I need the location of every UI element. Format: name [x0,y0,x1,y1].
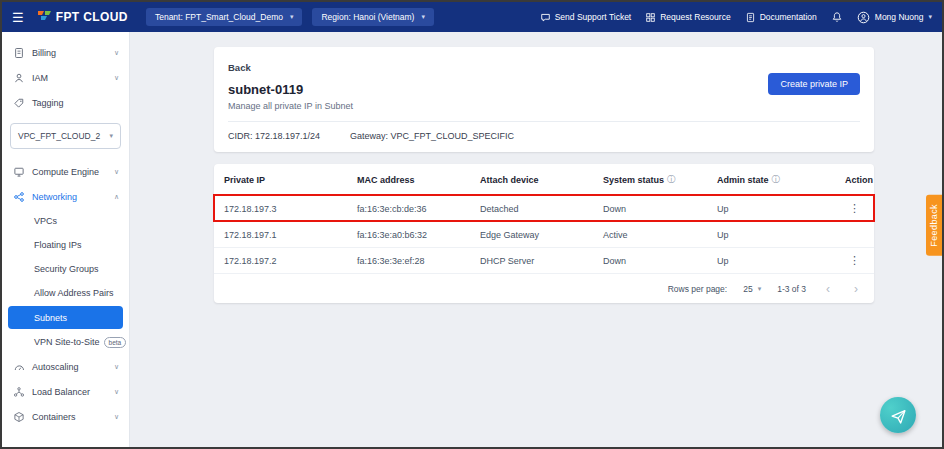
cell-mac-address: fa:16:3e:a0:b6:32 [347,230,470,240]
region-label: Region: Hanoi (Vietnam) [321,12,414,22]
page-title: subnet-0119 [228,82,860,97]
sub-item-label: VPN Site-to-Site [34,337,100,347]
sidebar-item-vpcs[interactable]: VPCs [2,209,129,233]
column-header-private-ip: Private IP [214,175,347,185]
sidebar-item-load-balancer[interactable]: Load Balancer ∨ [2,379,129,404]
sidebar-item-compute-engine[interactable]: Compute Engine ∨ [2,159,129,184]
documentation-label: Documentation [760,12,817,22]
back-link[interactable]: Back [228,62,251,73]
column-header-mac-address: MAC address [347,175,470,185]
sub-item-label: Floating IPs [34,240,82,250]
vpc-selected-value: VPC_FPT_CLOUD_2 [18,131,100,141]
sidebar-item-allow-address-pairs[interactable]: Allow Address Pairs [2,281,129,305]
billing-icon [12,47,25,59]
table-row[interactable]: 172.18.197.1 fa:16:3e:a0:b6:32 Edge Gate… [214,221,874,247]
chevron-down-icon: ∨ [114,49,119,57]
brand-text: FPT CLOUD [56,10,128,24]
sidebar-item-label: Load Balancer [32,387,90,397]
cell-mac-address: fa:16:3e:cb:de:36 [347,204,470,214]
vpc-selector-dropdown[interactable]: VPC_FPT_CLOUD_2 ▾ [10,123,121,149]
tenant-selector[interactable]: Tenant: FPT_Smart_Cloud_Demo ▾ [146,8,303,26]
load-balancer-icon [12,386,25,398]
send-support-ticket-link[interactable]: Send Support Ticket [540,12,632,23]
chevron-down-icon: ▾ [109,132,113,140]
subnet-header-card: Back subnet-0119 Manage all private IP i… [214,47,874,152]
private-ip-table-card: Private IP MAC address Attach device Sys… [214,164,874,303]
chat-support-button[interactable] [880,397,916,433]
sidebar-item-vpn-site-to-site[interactable]: VPN Site-to-Site beta [2,330,129,354]
sidebar-item-subnets[interactable]: Subnets [8,306,123,329]
hamburger-menu-icon[interactable]: ☰ [12,10,24,25]
cell-system-status: Down [593,256,707,266]
create-private-ip-button[interactable]: Create private IP [768,73,860,95]
sidebar-item-containers[interactable]: Containers ∨ [2,404,129,429]
chevron-down-icon: ▾ [290,13,294,21]
sidebar-item-billing[interactable]: Billing ∨ [2,40,129,65]
notifications-bell-icon[interactable] [831,11,843,23]
cell-admin-state: Up [707,230,835,240]
user-avatar-icon [857,11,870,24]
chevron-up-icon: ∧ [114,193,119,201]
chevron-down-icon: ∨ [114,363,119,371]
documentation-link[interactable]: Documentation [745,12,817,23]
info-icon[interactable]: ⓘ [772,174,781,186]
table-row[interactable]: 172.18.197.3 fa:16:3e:cb:de:36 Detached … [214,195,874,221]
beta-badge: beta [104,337,127,348]
fpt-cloud-console: ☰ FPT CLOUD Tenant: FPT_Smart_Cloud_Demo… [0,0,944,449]
sub-item-label: VPCs [34,216,57,226]
page-subtitle: Manage all private IP in Subnet [228,101,860,111]
region-selector[interactable]: Region: Hanoi (Vietnam) ▾ [312,8,433,26]
sidebar-item-tagging[interactable]: Tagging [2,90,129,115]
sidebar-nav: Billing ∨ IAM ∨ Tagging VPC_FPT_CLOUD_2 … [2,32,130,447]
sidebar-item-label: IAM [32,73,48,83]
chevron-down-icon: ▾ [421,13,425,21]
request-resource-link[interactable]: Request Resource [645,12,730,23]
sidebar-item-floating-ips[interactable]: Floating IPs [2,233,129,257]
column-header-action: Action [835,175,895,185]
column-header-admin-state: Admin state ⓘ [707,174,835,186]
row-actions-kebab-icon[interactable]: ⋮ [845,202,864,215]
sidebar-item-networking[interactable]: Networking ∧ [2,184,129,209]
user-name: Mong Nuong [875,12,924,22]
chevron-down-icon: ∨ [114,388,119,396]
rows-per-page-label: Rows per page: [668,284,728,294]
top-bar-actions: Send Support Ticket Request Resource Doc… [540,11,932,24]
previous-page-icon[interactable]: ‹ [822,282,834,296]
top-bar: ☰ FPT CLOUD Tenant: FPT_Smart_Cloud_Demo… [2,2,942,32]
cell-private-ip: 172.18.197.2 [214,256,347,266]
sidebar-item-label: Tagging [32,98,64,108]
gateway-value: Gateway: VPC_FPT_CLOUD_SPECIFIC [350,131,514,141]
cell-system-status: Active [593,230,707,240]
fpt-logo-icon [38,11,52,23]
chevron-down-icon: ∨ [114,168,119,176]
chevron-down-icon: ∨ [114,413,119,421]
pagination-range: 1-3 of 3 [777,284,806,294]
send-support-ticket-label: Send Support Ticket [555,12,632,22]
rows-per-page-select[interactable]: 25 ▾ [743,284,761,294]
cell-system-status: Down [593,204,707,214]
cell-attach-device: Edge Gateway [470,230,593,240]
rows-per-page-value: 25 [743,284,752,294]
sidebar-item-security-groups[interactable]: Security Groups [2,257,129,281]
table-row[interactable]: 172.18.197.2 fa:16:3e:3e:ef:28 DHCP Serv… [214,247,874,273]
info-icon[interactable]: ⓘ [667,174,676,186]
request-resource-icon [645,12,656,23]
chevron-down-icon: ▾ [758,285,762,293]
containers-icon [12,411,25,423]
cell-mac-address: fa:16:3e:3e:ef:28 [347,256,470,266]
feedback-tab[interactable]: Feedback [926,195,942,256]
user-menu[interactable]: Mong Nuong ▾ [857,11,932,24]
networking-icon [12,191,25,203]
documentation-icon [745,12,756,23]
row-actions-kebab-icon[interactable]: ⋮ [845,254,864,267]
request-resource-label: Request Resource [660,12,730,22]
sidebar-item-autoscaling[interactable]: Autoscaling ∨ [2,354,129,379]
sub-item-label: Allow Address Pairs [34,288,114,298]
sidebar-item-label: Billing [32,48,56,58]
cell-private-ip: 172.18.197.3 [214,204,347,214]
column-header-attach-device: Attach device [470,175,593,185]
chevron-down-icon: ▾ [928,13,932,21]
cell-admin-state: Up [707,204,835,214]
next-page-icon[interactable]: › [850,282,862,296]
sidebar-item-iam[interactable]: IAM ∨ [2,65,129,90]
